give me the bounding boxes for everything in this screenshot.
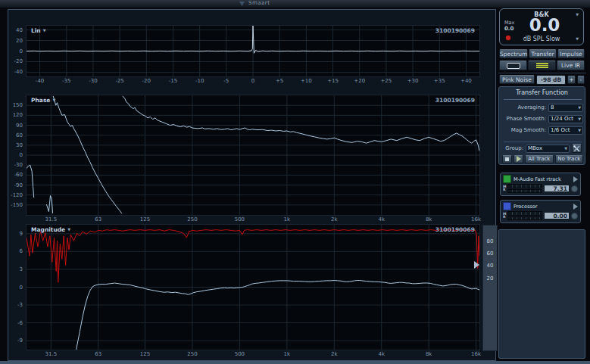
chevron-down-icon[interactable]: ▼ <box>576 36 579 41</box>
app-title: Smaart <box>248 0 270 6</box>
track-mute-button[interactable] <box>571 213 578 219</box>
group-row: Group: MBox ▼ <box>502 144 583 153</box>
level-meters <box>507 211 542 220</box>
meter-bar <box>507 184 542 188</box>
all-track-button[interactable]: All Track <box>525 155 554 163</box>
ir-mode-buttons: Live IR <box>499 61 585 70</box>
play-icon[interactable] <box>573 204 578 210</box>
impulse-response-plot[interactable]: Lin▼ 3100190069 40200-20-40 -40-35-30-25… <box>26 25 480 77</box>
trace-id: 3100190069 <box>435 27 475 34</box>
magnitude-view-selector[interactable]: Magnitude▼ <box>31 226 70 233</box>
phase-smooth-value: 1/24 Oct <box>551 116 573 122</box>
chevron-down-icon: ▼ <box>578 128 581 132</box>
stop-icon <box>505 157 509 161</box>
track-delay-value[interactable]: 7.31 <box>544 185 570 192</box>
mag-smooth-row: Mag Smooth: 1/6 Oct ▼ <box>502 126 583 135</box>
transfer-button[interactable]: Transfer <box>529 49 556 58</box>
play-button[interactable] <box>514 155 523 163</box>
phase-x-axis: 31.5631252505001k2k4k8k16k <box>27 215 479 224</box>
group-value: MBox <box>528 145 542 151</box>
chevron-down-icon: ▼ <box>578 105 581 110</box>
banded-view-icon <box>536 63 548 68</box>
averaging-row: Averaging: 8 ▼ <box>502 103 583 112</box>
track-mute-button[interactable] <box>571 185 578 192</box>
track-color-swatch[interactable] <box>503 175 511 183</box>
ir-view-selector[interactable]: Lin▼ <box>31 27 46 34</box>
divider <box>504 99 582 100</box>
trace-id: 3100190069 <box>435 226 475 233</box>
phase-smooth-row: Phase Smooth: 1/24 Oct ▼ <box>502 114 583 123</box>
track-meters-row: M R 7.31 <box>501 184 580 193</box>
no-track-button[interactable]: No Track <box>555 155 584 163</box>
divider <box>504 142 582 142</box>
impulse-button[interactable]: Impulse <box>557 49 585 58</box>
coherence-cursor-icon[interactable] <box>474 261 479 269</box>
ir-x-axis: -40-35-30-25-20-15-10-50+5+10+15+20+25+3… <box>27 76 479 86</box>
spl-readout: 0.0 <box>520 15 570 35</box>
spectrum-button[interactable]: Spectrum <box>499 49 528 58</box>
track-module-reference: M-Audio Fast rtrack M R 7.31 <box>500 173 581 196</box>
track-module-measurement: Processor M R 0.00 <box>500 200 581 223</box>
window-bottom-edge <box>0 361 590 364</box>
phase-view-selector[interactable]: Phase▼ <box>31 97 55 104</box>
meter-channel-labels: M R <box>503 185 506 192</box>
wrench-icon <box>573 145 580 152</box>
group-select[interactable]: MBox ▼ <box>526 145 570 153</box>
spl-meter: B&K ▼ Max 0.0 0.0 dB SPL Slow ▼ <box>499 8 584 45</box>
chevron-down-icon: ▼ <box>564 146 567 151</box>
chevron-down-icon[interactable]: ▼ <box>576 12 579 17</box>
mag-smooth-value: 1/6 Oct <box>551 127 570 133</box>
magnitude-view-label: Magnitude <box>31 226 65 233</box>
averaging-value: 8 <box>551 104 554 110</box>
meter-max-label: Max <box>504 20 514 26</box>
meter-label-r: R <box>503 216 506 219</box>
magnitude-x-axis: 31.5631252505001k2k4k8k16k <box>27 350 479 359</box>
generator-controls: Pink Noise -98 dB + - <box>499 75 585 84</box>
transport-controls: All Track No Track <box>502 154 583 163</box>
plot-frame: Lin▼ 3100190069 40200-20-40 -40-35-30-25… <box>8 9 496 361</box>
phase-smooth-select[interactable]: 1/24 Oct ▼ <box>548 115 583 123</box>
group-settings-button[interactable] <box>572 144 582 153</box>
ir-banded-view-button[interactable] <box>528 61 556 70</box>
track-header: Processor <box>501 201 580 211</box>
live-ir-button[interactable]: Live IR <box>557 61 585 70</box>
meter-label-r: R <box>503 188 506 192</box>
dropdown-arrow-icon: ▼ <box>43 28 46 33</box>
transfer-function-panel: Transfer Function Averaging: 8 ▼ Phase S… <box>498 86 585 165</box>
meter-bar <box>507 216 542 221</box>
phase-smooth-label: Phase Smooth: <box>502 116 546 122</box>
averaging-select[interactable]: 8 ▼ <box>548 104 583 112</box>
meter-mode-selector[interactable]: dB SPL Slow <box>500 36 583 42</box>
ir-y-axis: 40200-20-40 <box>8 26 24 76</box>
mag-smooth-label: Mag Smooth: <box>502 127 546 133</box>
phase-y-axis: 1501209060300-30-60-90-120-150 <box>8 95 24 215</box>
ir-view-label: Lin <box>31 27 41 34</box>
averaging-label: Averaging: <box>502 104 546 110</box>
linear-view-icon <box>507 63 520 69</box>
chevron-down-icon: ▼ <box>578 117 581 121</box>
play-icon <box>517 156 521 162</box>
dropdown-arrow-icon: ▼ <box>67 227 70 232</box>
track-header: M-Audio Fast rtrack <box>501 173 580 184</box>
track-delay-value[interactable]: 0.00 <box>544 212 570 219</box>
play-icon[interactable] <box>573 176 578 182</box>
track-name: Processor <box>514 204 571 210</box>
meter-max-value: 0.0 <box>504 26 514 32</box>
panel-title: Transfer Function <box>499 89 585 96</box>
generator-level-display[interactable]: -98 dB <box>536 75 566 85</box>
level-up-button[interactable]: + <box>567 76 575 84</box>
mag-smooth-select[interactable]: 1/6 Oct ▼ <box>548 126 583 135</box>
coherence-scale-strip[interactable]: 80604020 <box>482 225 498 351</box>
ir-linear-view-button[interactable] <box>499 61 527 70</box>
magnitude-plot[interactable]: Magnitude▼ 3100190069 9630-3-6-9 31.5631… <box>26 224 480 350</box>
pink-noise-button[interactable]: Pink Noise <box>499 75 535 84</box>
magnitude-y-axis: 9630-3-6-9 <box>8 225 24 350</box>
level-down-button[interactable]: - <box>577 76 585 84</box>
meter-channel-labels: M R <box>503 213 506 219</box>
group-label: Group: <box>502 145 523 151</box>
stop-button[interactable] <box>502 155 512 163</box>
mode-buttons: Spectrum Transfer Impulse <box>499 49 585 58</box>
phase-plot[interactable]: Phase▼ 3100190069 1501209060300-30-60-90… <box>26 95 480 216</box>
track-meters-row: M R 0.00 <box>501 211 580 220</box>
track-color-swatch[interactable] <box>503 202 511 210</box>
